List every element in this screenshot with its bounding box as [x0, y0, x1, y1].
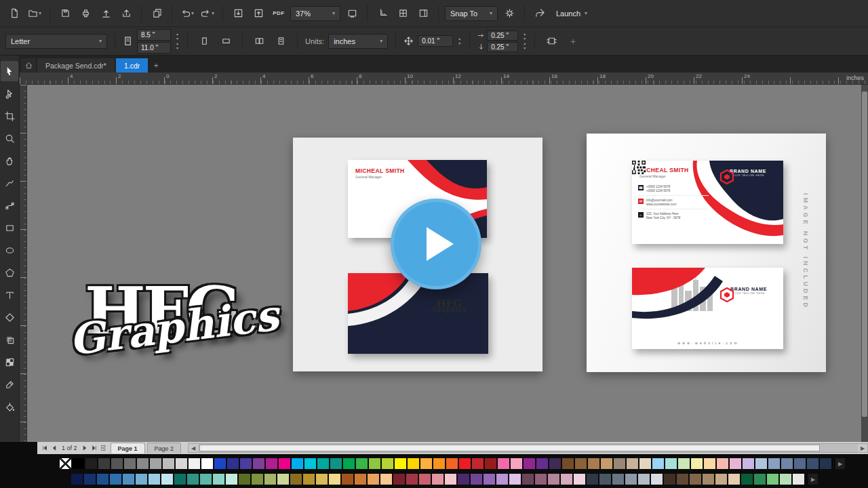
export-button[interactable]	[250, 5, 267, 22]
publish-pdf-button[interactable]: PDF	[270, 5, 288, 22]
color-swatch[interactable]	[174, 474, 186, 485]
color-swatch[interactable]	[472, 458, 484, 469]
color-swatch[interactable]	[149, 474, 160, 485]
color-swatch[interactable]	[614, 458, 625, 469]
show-grid-button[interactable]	[394, 5, 412, 22]
treat-as-filled-button[interactable]	[542, 33, 560, 50]
color-swatch[interactable]	[485, 458, 496, 469]
color-swatch[interactable]	[794, 458, 806, 469]
full-screen-preview-button[interactable]	[343, 5, 361, 22]
color-swatch[interactable]	[704, 458, 715, 469]
color-swatch[interactable]	[767, 474, 778, 485]
color-swatch[interactable]	[124, 458, 136, 469]
color-swatch[interactable]	[432, 474, 443, 485]
color-swatch[interactable]	[459, 458, 471, 469]
color-swatch[interactable]	[189, 458, 200, 469]
color-swatch[interactable]	[150, 458, 161, 469]
add-page-button[interactable]	[99, 443, 108, 453]
color-swatch[interactable]	[471, 474, 482, 485]
color-swatch[interactable]	[743, 458, 754, 469]
color-swatch[interactable]	[369, 458, 380, 469]
transparency-tool[interactable]	[1, 352, 18, 372]
color-swatch[interactable]	[690, 474, 701, 485]
color-swatch[interactable]	[728, 474, 740, 485]
zoom-level-combo[interactable]: 37% ▾	[290, 6, 340, 21]
color-swatch[interactable]	[741, 474, 753, 485]
show-rulers-button[interactable]	[374, 5, 391, 22]
options-button[interactable]	[500, 5, 518, 22]
color-swatch[interactable]	[677, 474, 688, 485]
color-swatch[interactable]	[652, 458, 664, 469]
color-swatch[interactable]	[562, 458, 574, 469]
color-swatch[interactable]	[665, 458, 677, 469]
copy-button[interactable]	[148, 5, 165, 22]
color-swatch[interactable]	[227, 458, 239, 469]
color-swatch[interactable]	[561, 474, 572, 485]
color-swatch[interactable]	[266, 458, 277, 469]
business-card-back-detailed[interactable]: BRAND NAME YOUR TAGLINE HERE w w w . w e…	[632, 268, 783, 349]
color-swatch[interactable]	[406, 474, 418, 485]
upload-button[interactable]	[97, 5, 115, 22]
color-swatch[interactable]	[98, 458, 110, 469]
color-swatch[interactable]	[445, 474, 456, 485]
color-swatch[interactable]	[408, 458, 419, 469]
no-color-swatch[interactable]	[60, 458, 71, 469]
current-page-button[interactable]	[272, 33, 290, 50]
open-button[interactable]: ▾	[26, 5, 43, 22]
color-swatch[interactable]	[768, 458, 780, 469]
undo-button[interactable]: ▾	[178, 5, 196, 22]
color-swatch[interactable]	[433, 458, 445, 469]
color-swatch[interactable]	[303, 474, 315, 485]
color-swatch[interactable]	[123, 474, 134, 485]
color-swatch[interactable]	[420, 458, 432, 469]
interactive-fill-tool[interactable]	[1, 396, 18, 417]
color-swatch[interactable]	[393, 474, 405, 485]
contour-tool[interactable]	[1, 307, 18, 327]
all-pages-button[interactable]	[250, 33, 268, 50]
text-tool[interactable]	[1, 285, 18, 305]
color-swatch[interactable]	[535, 474, 547, 485]
next-page-button[interactable]	[80, 443, 90, 453]
color-swatch[interactable]	[639, 458, 651, 469]
color-swatch[interactable]	[252, 474, 263, 485]
crop-tool[interactable]	[1, 106, 18, 126]
color-swatch[interactable]	[780, 474, 791, 485]
color-swatch[interactable]	[240, 458, 252, 469]
color-swatch[interactable]	[498, 458, 509, 469]
color-swatch[interactable]	[253, 458, 264, 469]
color-swatch[interactable]	[239, 474, 250, 485]
color-swatch[interactable]	[446, 458, 458, 469]
color-swatch[interactable]	[342, 474, 353, 485]
color-swatch[interactable]	[575, 458, 587, 469]
zoom-tool[interactable]	[1, 128, 18, 148]
share-button[interactable]	[117, 5, 135, 22]
polygon-tool[interactable]	[1, 262, 18, 283]
color-swatch[interactable]	[651, 474, 663, 485]
nudge-distance-field[interactable]: 0.01 "	[418, 35, 453, 47]
color-swatch[interactable]	[522, 474, 534, 485]
color-swatch[interactable]	[84, 474, 96, 485]
color-swatch[interactable]	[793, 474, 804, 485]
doc-tab-package-send[interactable]: Package Send.cdr*	[37, 58, 115, 73]
color-swatch[interactable]	[511, 458, 522, 469]
color-swatch[interactable]	[548, 474, 559, 485]
color-swatch[interactable]	[703, 474, 714, 485]
portrait-button[interactable]	[195, 33, 213, 50]
palette-scroll-arrow[interactable]: ▶	[808, 474, 818, 485]
color-swatch[interactable]	[730, 458, 741, 469]
video-play-button[interactable]	[391, 199, 481, 289]
color-swatch[interactable]	[213, 474, 224, 485]
units-combo[interactable]: inches ▾	[328, 34, 388, 49]
color-swatch[interactable]	[277, 474, 289, 485]
color-swatch[interactable]	[627, 458, 638, 469]
horizontal-scrollbar-thumb[interactable]	[199, 445, 820, 451]
color-swatch[interactable]	[136, 474, 147, 485]
color-swatch[interactable]	[304, 458, 316, 469]
color-swatch[interactable]	[496, 474, 508, 485]
horizontal-ruler[interactable]: 42024681012141618202224 inches	[20, 73, 868, 85]
color-swatch[interactable]	[292, 458, 303, 469]
color-swatch[interactable]	[97, 474, 108, 485]
color-swatch[interactable]	[264, 474, 276, 485]
color-swatch[interactable]	[755, 458, 767, 469]
bezier-tool[interactable]	[1, 195, 18, 216]
